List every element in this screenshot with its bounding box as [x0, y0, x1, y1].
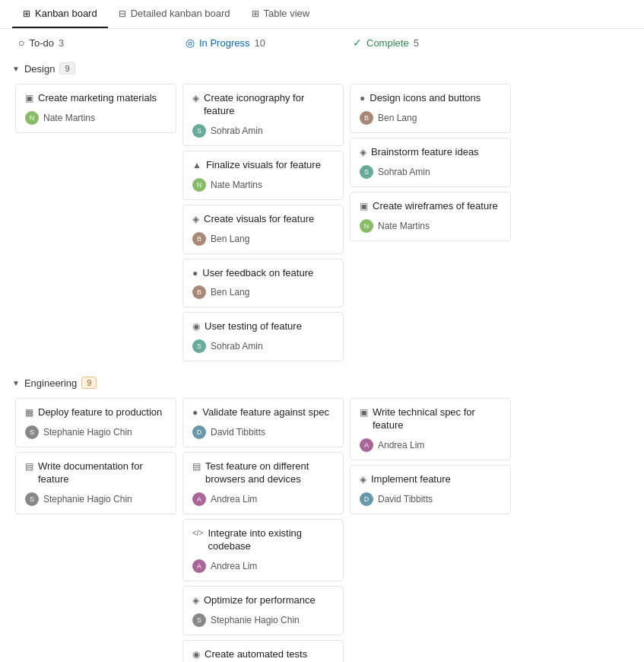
inprogress-icon: ◎ [186, 37, 195, 49]
card-icon: ◉ [192, 649, 200, 661]
engineering-complete-column: ▣ Write technical spec for feature A And… [347, 395, 514, 517]
card-deploy-feature[interactable]: ▦ Deploy feature to production S Stephan… [15, 398, 176, 447]
engineering-inprogress-column: ● Validate feature against spec D David … [179, 395, 347, 662]
tab-detailed-kanban[interactable]: ⊟ Detailed kanban board [108, 0, 241, 28]
card-optimize-performance[interactable]: ◈ Optimize for performance S Stephanie H… [182, 586, 344, 635]
col-header-todo: ○ To-do 3 [12, 29, 179, 56]
card-create-wireframes[interactable]: ▣ Create wireframes of feature N Nate Ma… [350, 192, 511, 241]
todo-icon: ○ [18, 37, 24, 49]
card-user-feedback[interactable]: ● User feedback on feature B Ben Lang [182, 259, 344, 308]
kanban-board: ○ To-do 3 ◎ In Progress 10 ✓ Complete 5 … [0, 29, 644, 662]
card-icon: ▣ [25, 93, 33, 105]
avatar: B [360, 111, 373, 125]
avatar: S [192, 613, 206, 627]
card-icon: ● [360, 93, 365, 105]
avatar: B [192, 285, 206, 299]
complete-icon: ✓ [353, 37, 362, 49]
collapse-engineering-icon[interactable]: ▼ [12, 379, 20, 387]
card-create-automated-tests[interactable]: ◉ Create automated tests D David Tibbitt… [182, 640, 344, 662]
card-icon: ◈ [192, 93, 199, 105]
avatar: N [192, 178, 206, 192]
card-finalize-visuals[interactable]: ▲ Finalize visuals for feature N Nate Ma… [182, 151, 344, 200]
avatar: S [25, 425, 39, 439]
avatar: B [192, 232, 206, 246]
design-columns: ▣ Create marketing materials N Nate Mart… [12, 81, 632, 364]
group-design: ▼ Design 9 ▣ Create marketing materials … [0, 56, 644, 364]
card-validate-feature[interactable]: ● Validate feature against spec D David … [182, 398, 344, 447]
card-design-icons-buttons[interactable]: ● Design icons and buttons B Ben Lang [350, 84, 511, 133]
card-write-technical-spec[interactable]: ▣ Write technical spec for feature A And… [350, 398, 511, 460]
avatar: A [192, 492, 206, 506]
avatar: S [192, 124, 206, 138]
avatar: S [192, 339, 206, 353]
engineering-todo-column: ▦ Deploy feature to production S Stephan… [12, 395, 179, 517]
card-create-visuals[interactable]: ◈ Create visuals for feature B Ben Lang [182, 205, 344, 254]
card-icon: ◈ [192, 214, 199, 226]
design-todo-column: ▣ Create marketing materials N Nate Mart… [12, 81, 179, 136]
table-icon: ⊞ [252, 8, 259, 19]
column-headers: ○ To-do 3 ◎ In Progress 10 ✓ Complete 5 [0, 29, 644, 56]
card-user-testing[interactable]: ◉ User testing of feature S Sohrab Amin [182, 312, 344, 361]
col-header-complete: ✓ Complete 5 [347, 29, 514, 56]
card-icon: ▤ [25, 461, 33, 473]
card-brainstorm[interactable]: ◈ Brainstorm feature ideas S Sohrab Amin [350, 138, 511, 187]
design-badge: 9 [59, 62, 75, 75]
card-icon: ▤ [192, 461, 201, 473]
avatar: D [192, 425, 206, 439]
card-icon: </> [192, 528, 203, 538]
card-icon: ◈ [360, 474, 366, 486]
engineering-badge: 9 [81, 377, 97, 389]
group-engineering: ▼ Engineering 9 ▦ Deploy feature to prod… [0, 371, 644, 662]
card-icon: ▲ [192, 160, 201, 172]
engineering-columns: ▦ Deploy feature to production S Stephan… [12, 395, 632, 662]
avatar: D [360, 492, 373, 506]
tab-table-view[interactable]: ⊞ Table view [241, 0, 321, 28]
card-icon: ● [192, 407, 198, 419]
avatar: A [192, 559, 206, 573]
card-create-iconography[interactable]: ◈ Create iconography for feature S Sohra… [182, 84, 344, 146]
card-icon: ▦ [25, 407, 33, 419]
card-icon: ◈ [192, 595, 199, 607]
card-icon: ▣ [360, 407, 368, 419]
card-implement-feature[interactable]: ◈ Implement feature D David Tibbitts [350, 465, 511, 514]
card-write-documentation[interactable]: ▤ Write documentation for feature S Step… [15, 452, 176, 514]
col-header-inprogress: ◎ In Progress 10 [179, 29, 347, 56]
avatar: N [360, 219, 373, 233]
card-icon: ◉ [192, 321, 200, 333]
design-complete-column: ● Design icons and buttons B Ben Lang ◈ … [347, 81, 514, 244]
group-header-design[interactable]: ▼ Design 9 [12, 56, 632, 81]
avatar: N [25, 111, 39, 125]
kanban-icon: ⊞ [23, 8, 30, 19]
collapse-design-icon[interactable]: ▼ [12, 65, 20, 73]
detailed-kanban-icon: ⊟ [119, 8, 126, 19]
card-icon: ▣ [360, 201, 368, 213]
avatar: A [360, 438, 373, 452]
card-icon: ◈ [360, 147, 366, 159]
tab-kanban[interactable]: ⊞ Kanban board [12, 0, 108, 28]
card-icon: ● [192, 268, 198, 280]
group-header-engineering[interactable]: ▼ Engineering 9 [12, 371, 632, 395]
tab-bar: ⊞ Kanban board ⊟ Detailed kanban board ⊞… [0, 0, 644, 29]
avatar: S [25, 492, 39, 506]
card-create-marketing-materials[interactable]: ▣ Create marketing materials N Nate Mart… [15, 84, 176, 133]
card-integrate-codebase[interactable]: </> Integrate into existing codebase A A… [182, 519, 344, 581]
design-inprogress-column: ◈ Create iconography for feature S Sohra… [179, 81, 347, 364]
card-test-browsers[interactable]: ▤ Test feature on different browsers and… [182, 452, 344, 514]
avatar: S [360, 165, 373, 179]
